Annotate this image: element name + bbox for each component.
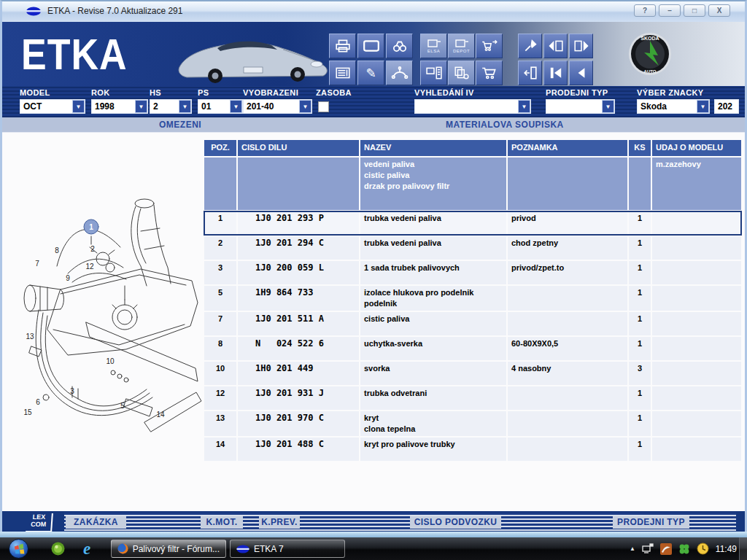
lexcom-logo: LEXCOM: [26, 513, 53, 532]
vyber-znacky-select[interactable]: Skoda▼: [637, 99, 710, 114]
zasoba-checkbox[interactable]: [318, 101, 329, 112]
zasoba-label: ZASOBA: [316, 88, 352, 97]
app-window: ETKA - Revise 7.0 Aktualizace 291 ? – □ …: [0, 0, 747, 534]
prodejni-typ-select[interactable]: ▼: [546, 99, 615, 114]
znacka-code-field[interactable]: 202: [714, 99, 739, 114]
internet-explorer-icon[interactable]: e: [83, 540, 99, 557]
start-button[interactable]: [9, 539, 28, 559]
col-ks: KS: [629, 140, 651, 156]
taskbar-item-etka[interactable]: ETKA 7: [230, 540, 345, 558]
monitor-document-button[interactable]: [420, 61, 447, 85]
help-button[interactable]: ?: [634, 4, 656, 17]
chevron-down-icon[interactable]: ▼: [518, 100, 530, 113]
documents-vehicle-button[interactable]: [448, 61, 475, 85]
table-row[interactable]: 31J0 200 059 L1 sada trubek palivovychpr…: [204, 261, 741, 284]
table-row[interactable]: 71J0 201 511 Acistic paliva1: [204, 312, 741, 335]
restore-button[interactable]: □: [684, 4, 705, 17]
depot-button[interactable]: DEPOT: [448, 34, 475, 58]
taskbar-item-title: Palivový filtr - Fórum...: [133, 544, 220, 554]
omezeni-label: OMEZENI: [159, 120, 201, 130]
diagram-callout-1[interactable]: 1: [89, 223, 93, 231]
pencil-icon: ✎: [365, 67, 376, 79]
diagram-callout-3[interactable]: 3: [70, 387, 74, 395]
model-select[interactable]: OCT▼: [20, 99, 85, 114]
diagram-callout-8[interactable]: 8: [55, 246, 59, 254]
diagram-callout-14[interactable]: 14: [156, 411, 165, 419]
previous-page-button[interactable]: [543, 34, 568, 58]
chevron-down-icon[interactable]: ▼: [230, 100, 242, 113]
edit-pencil-button[interactable]: ✎: [357, 61, 384, 85]
table-row[interactable]: 121J0 201 931 Jtrubka odvetrani1: [204, 386, 741, 410]
chevron-down-icon[interactable]: ▼: [697, 100, 709, 113]
network-tray-icon[interactable]: [642, 543, 654, 554]
diagram-callout-10[interactable]: 10: [106, 357, 115, 365]
vyobrazeni-label: VYOBRAZENI: [243, 88, 298, 97]
zakazka-button[interactable]: ZAKÁZKA: [66, 516, 126, 529]
table-row[interactable]: 8N 024 522 6uchytka-sverka60-80X9X0,51: [204, 337, 741, 360]
table-row[interactable]: 11J0 201 293 Ptrubka vedeni palivaprivod…: [204, 211, 741, 235]
chevron-down-icon[interactable]: ▼: [72, 100, 85, 113]
chevron-down-icon[interactable]: ▼: [602, 100, 614, 113]
minimize-button[interactable]: –: [659, 4, 681, 17]
prodejni-typ-button[interactable]: PRODEJNI TYP: [613, 516, 689, 529]
hs-select[interactable]: 2▼: [150, 99, 192, 114]
diagram-callout-5[interactable]: 5: [120, 402, 125, 410]
vyobrazeni-select[interactable]: 201-40▼: [243, 99, 312, 114]
table-row[interactable]: 101H0 201 449svorka4 nasobny3: [204, 362, 741, 385]
table-row[interactable]: 51H9 864 733izolace hlukova pro podelnik…: [204, 286, 741, 311]
etka-logo: ETKA: [21, 29, 128, 79]
ps-select[interactable]: 01▼: [198, 99, 243, 114]
diagram-callout-6[interactable]: 6: [36, 398, 40, 406]
wiring-diagram-button[interactable]: [386, 61, 413, 85]
orange-tray-icon[interactable]: [660, 543, 672, 555]
rok-select[interactable]: 1998▼: [91, 99, 148, 114]
elsa-label: ELSA: [427, 50, 440, 53]
diagram-callout-13[interactable]: 13: [26, 332, 34, 341]
etka-icon: [236, 545, 249, 553]
table-row[interactable]: 131J0 201 970 Ckrytclona tepelna1: [204, 411, 741, 436]
search-binoculars-button[interactable]: [386, 34, 413, 58]
diagram-callout-9[interactable]: 9: [66, 274, 70, 282]
col-udaj: UDAJ O MODELU: [652, 140, 741, 156]
cislo-podvozku-button[interactable]: CISLO PODVOZKU: [410, 516, 501, 529]
diagram-callout-12[interactable]: 12: [85, 262, 94, 271]
back-button[interactable]: [569, 61, 593, 85]
clover-tray-icon[interactable]: [678, 543, 690, 555]
pin-button[interactable]: [518, 34, 542, 58]
vyhledani-iv-select[interactable]: ▼: [414, 99, 531, 114]
diagram-callout-15[interactable]: 15: [23, 408, 32, 416]
frame-select-button[interactable]: [357, 34, 384, 58]
shopping-cart-button[interactable]: [476, 61, 503, 85]
parts-diagram[interactable]: 121287913615310514: [17, 180, 206, 479]
tray-expand-icon[interactable]: ▲: [630, 545, 635, 552]
car-photo: [174, 28, 338, 85]
table-row[interactable]: 141J0 201 488 Ckryt pro palivove trubky1: [204, 438, 741, 461]
prodejni-typ-label: PRODEJNI TYP: [546, 88, 608, 97]
first-page-button[interactable]: [543, 61, 568, 85]
taskbar-item-firefox[interactable]: Palivový filtr - Fórum...: [111, 540, 226, 558]
chevron-down-icon[interactable]: ▼: [299, 100, 311, 113]
hs-label: HS: [150, 88, 161, 97]
kprev-button[interactable]: K.PREV.: [259, 516, 300, 529]
media-app-icon[interactable]: [51, 542, 65, 556]
show-desktop-button[interactable]: [739, 537, 747, 560]
exit-button[interactable]: [518, 61, 542, 85]
kmot-button[interactable]: K.MOT.: [201, 516, 243, 529]
list-print-button[interactable]: [329, 61, 356, 85]
clock-tray-icon[interactable]: [697, 542, 709, 555]
diagram-callout-7[interactable]: 7: [35, 260, 39, 268]
next-page-button[interactable]: [569, 34, 593, 58]
group-udaj: m.zazehovy: [652, 158, 741, 210]
chevron-down-icon[interactable]: ▼: [179, 100, 191, 113]
taskbar: e Palivový filtr - Fórum... ETKA 7 ▲ 11:…: [0, 537, 747, 560]
elsa-button[interactable]: ELSA: [420, 34, 447, 58]
diagram-callout-2[interactable]: 2: [90, 245, 95, 253]
table-row[interactable]: 21J0 201 294 Ctrubka vedeni palivachod z…: [204, 236, 741, 260]
col-cislo: CISLO DILU: [238, 140, 359, 156]
cart-transfer-button[interactable]: [476, 34, 503, 58]
main-content: 121287913615310514 POZ. CISLO DILU NAZEV…: [2, 133, 745, 511]
print-button[interactable]: [329, 34, 356, 58]
col-poznamka: POZNAMKA: [508, 140, 627, 156]
close-button[interactable]: X: [708, 4, 730, 17]
chevron-down-icon[interactable]: ▼: [135, 100, 147, 113]
